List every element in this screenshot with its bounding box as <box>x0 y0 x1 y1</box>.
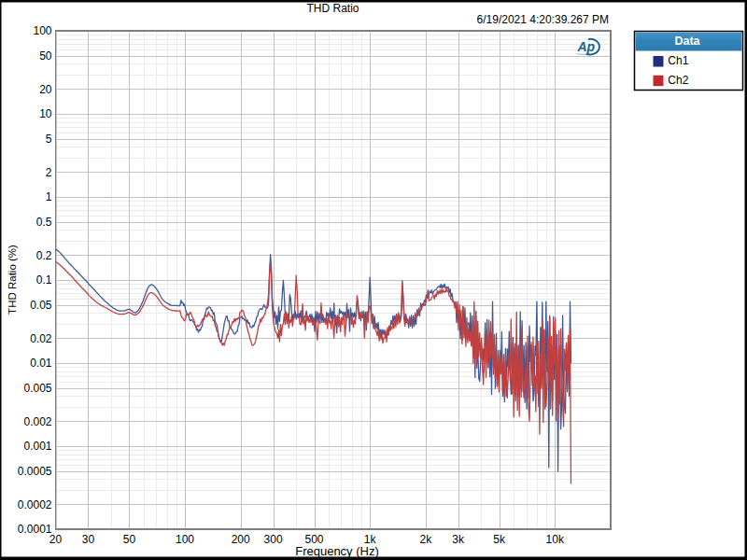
svg-text:0.0001: 0.0001 <box>18 523 52 536</box>
svg-text:0.0002: 0.0002 <box>18 498 52 511</box>
svg-text:6/19/2021 4:20:39.267 PM: 6/19/2021 4:20:39.267 PM <box>477 13 609 26</box>
svg-text:3k: 3k <box>452 533 465 546</box>
svg-text:50: 50 <box>123 533 136 546</box>
svg-text:10k: 10k <box>546 533 565 546</box>
svg-text:500: 500 <box>304 533 323 546</box>
svg-text:THD Ratio: THD Ratio <box>306 2 359 15</box>
svg-text:5k: 5k <box>493 533 506 546</box>
svg-text:2: 2 <box>46 166 52 179</box>
svg-text:Data: Data <box>674 35 700 48</box>
svg-text:Ch1: Ch1 <box>668 54 688 67</box>
svg-text:100: 100 <box>176 533 194 546</box>
svg-text:100: 100 <box>33 24 51 37</box>
svg-text:Ap: Ap <box>577 39 596 54</box>
svg-text:THD Ratio (%): THD Ratio (%) <box>7 245 18 315</box>
svg-text:30: 30 <box>82 533 95 546</box>
svg-text:10: 10 <box>39 107 52 120</box>
svg-text:20: 20 <box>49 533 63 546</box>
svg-text:0.2: 0.2 <box>36 249 52 262</box>
svg-text:300: 300 <box>264 533 283 546</box>
svg-text:0.002: 0.002 <box>23 415 51 428</box>
svg-text:1k: 1k <box>364 533 377 546</box>
svg-text:1: 1 <box>46 190 52 203</box>
svg-text:20: 20 <box>39 83 52 96</box>
svg-text:0.0005: 0.0005 <box>18 465 52 478</box>
svg-text:0.05: 0.05 <box>30 299 52 312</box>
svg-text:2k: 2k <box>419 533 432 546</box>
svg-text:0.01: 0.01 <box>30 357 52 370</box>
svg-text:0.02: 0.02 <box>30 332 52 345</box>
svg-text:5: 5 <box>46 133 52 146</box>
svg-text:Ch2: Ch2 <box>668 74 688 87</box>
svg-text:50: 50 <box>39 49 52 63</box>
svg-text:0.5: 0.5 <box>36 216 52 229</box>
svg-text:200: 200 <box>232 533 250 546</box>
svg-text:Frequency (Hz): Frequency (Hz) <box>295 544 379 558</box>
svg-text:0.1: 0.1 <box>36 273 52 287</box>
svg-text:0.001: 0.001 <box>23 440 51 453</box>
svg-text:0.005: 0.005 <box>23 382 51 395</box>
